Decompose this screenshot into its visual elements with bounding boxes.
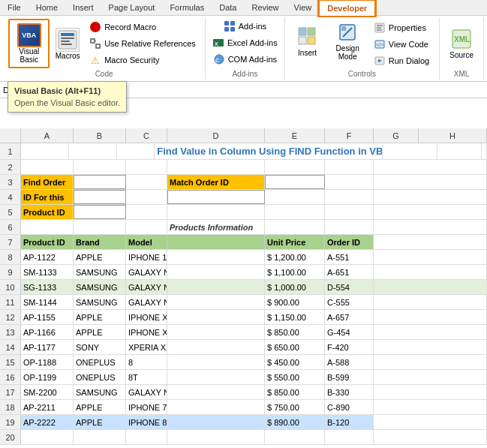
cell-e20[interactable] (265, 430, 325, 444)
cell-b15[interactable]: ONEPLUS (74, 355, 126, 369)
cell-e14[interactable]: $ 650.00 (265, 340, 325, 354)
cell-f5[interactable] (325, 205, 374, 219)
cell-a2[interactable] (21, 160, 74, 174)
cell-c9[interactable]: GALAXY NOTE 10 (126, 265, 167, 279)
cell-g12[interactable] (374, 310, 487, 324)
cell-d18[interactable] (167, 400, 265, 414)
cell-c4[interactable] (126, 190, 167, 204)
cell-g16[interactable] (374, 370, 487, 384)
cell-g3[interactable] (374, 175, 487, 189)
cell-d6[interactable]: Products Information (167, 220, 265, 234)
cell-e6[interactable] (265, 220, 325, 234)
cell-d17[interactable] (167, 385, 265, 399)
col-header-b[interactable]: B (74, 128, 126, 143)
cell-a19[interactable]: AP-2222 (21, 415, 74, 429)
tab-home[interactable]: Home (29, 0, 65, 15)
cell-d12[interactable] (167, 310, 265, 324)
tab-file[interactable]: File (0, 0, 29, 15)
cell-c7[interactable]: Model (126, 235, 167, 249)
col-header-a[interactable]: A (21, 128, 74, 143)
cell-g1[interactable] (482, 143, 487, 159)
cell-f9[interactable]: A-651 (325, 265, 374, 279)
cell-c13[interactable]: IPHONE XR (126, 325, 167, 339)
tab-formulas[interactable]: Formulas (162, 0, 212, 15)
cell-e8[interactable]: $ 1,200.00 (265, 250, 325, 264)
cell-f1[interactable] (437, 143, 482, 159)
excel-addins-button[interactable]: X Excel Add-ins (209, 35, 281, 50)
cell-g14[interactable] (374, 340, 487, 354)
col-header-c[interactable]: C (126, 128, 167, 143)
cell-c6[interactable] (126, 220, 167, 234)
cell-b7[interactable]: Brand (74, 235, 126, 249)
cell-c14[interactable]: XPERIA XZ3 (126, 340, 167, 354)
cell-g8[interactable] (374, 250, 487, 264)
cell-d8[interactable] (167, 250, 265, 264)
cell-b18[interactable]: APPLE (74, 400, 126, 414)
cell-f20[interactable] (325, 430, 374, 444)
cell-b19[interactable]: APPLE (74, 415, 126, 429)
cell-b3[interactable] (74, 175, 126, 189)
record-macro-button[interactable]: Record Macro (86, 20, 200, 35)
cell-e12[interactable]: $ 1,150.00 (265, 310, 325, 324)
cell-e16[interactable]: $ 550.00 (265, 370, 325, 384)
cell-g5[interactable] (374, 205, 487, 219)
cell-a16[interactable]: OP-1199 (21, 370, 74, 384)
cell-a12[interactable]: AP-1155 (21, 310, 74, 324)
cell-c11[interactable]: GALAXY NOTE 9 (126, 295, 167, 309)
cell-b13[interactable]: APPLE (74, 325, 126, 339)
cell-f12[interactable]: A-657 (325, 310, 374, 324)
cell-a13[interactable]: AP-1166 (21, 325, 74, 339)
cell-g4[interactable] (374, 190, 487, 204)
cell-c12[interactable]: IPHONE X (126, 310, 167, 324)
tab-developer[interactable]: Developer (319, 0, 375, 16)
cell-f15[interactable]: A-588 (325, 355, 374, 369)
cell-b1[interactable] (69, 143, 117, 159)
cell-f8[interactable]: A-551 (325, 250, 374, 264)
cell-e13[interactable]: $ 850.00 (265, 325, 325, 339)
cell-b9[interactable]: SAMSUNG (74, 265, 126, 279)
cell-c2[interactable] (126, 160, 167, 174)
cell-e9[interactable]: $ 1,100.00 (265, 265, 325, 279)
cell-c10[interactable]: GALAXY NOTE 10 LITE (126, 280, 167, 294)
cell-d5[interactable] (167, 205, 265, 219)
cell-a11[interactable]: SM-1144 (21, 295, 74, 309)
cell-a14[interactable]: AP-1177 (21, 340, 74, 354)
cell-b11[interactable]: SAMSUNG (74, 295, 126, 309)
cell-a3[interactable]: Find Order (21, 175, 74, 189)
cell-d9[interactable] (167, 265, 265, 279)
cell-d10[interactable] (167, 280, 265, 294)
cell-a10[interactable]: SG-1133 (21, 280, 74, 294)
cell-c1[interactable] (117, 143, 155, 159)
col-header-h[interactable]: H (419, 128, 487, 143)
cell-e5[interactable] (265, 205, 325, 219)
cell-a9[interactable]: SM-1133 (21, 265, 74, 279)
cell-b4[interactable] (74, 190, 126, 204)
col-header-f[interactable]: F (325, 128, 374, 143)
use-relative-button[interactable]: Use Relative References (86, 36, 200, 51)
tab-insert[interactable]: Insert (65, 0, 101, 15)
cell-d14[interactable] (167, 340, 265, 354)
cell-f18[interactable]: C-890 (325, 400, 374, 414)
cell-f14[interactable]: F-420 (325, 340, 374, 354)
cell-g13[interactable] (374, 325, 487, 339)
tab-review[interactable]: Review (244, 0, 286, 15)
cell-d16[interactable] (167, 370, 265, 384)
cell-c16[interactable]: 8T (126, 370, 167, 384)
cell-b6[interactable] (74, 220, 126, 234)
cell-e4[interactable] (265, 190, 325, 204)
cell-a5[interactable]: Product ID (21, 205, 74, 219)
cell-f13[interactable]: G-454 (325, 325, 374, 339)
cell-d11[interactable] (167, 295, 265, 309)
cell-d3[interactable]: Match Order ID (167, 175, 265, 189)
cell-e11[interactable]: $ 900.00 (265, 295, 325, 309)
macro-security-button[interactable]: ⚠ Macro Security (86, 53, 200, 68)
cell-c17[interactable]: GALAXY NOTE 8 (126, 385, 167, 399)
cell-d2[interactable] (167, 160, 265, 174)
cell-f11[interactable]: C-555 (325, 295, 374, 309)
cell-f2[interactable] (325, 160, 374, 174)
cell-d15[interactable] (167, 355, 265, 369)
view-code-button[interactable]: </> View Code (370, 37, 433, 52)
insert-button[interactable]: Insert (291, 19, 324, 64)
cell-f3[interactable] (325, 175, 374, 189)
tab-data[interactable]: Data (212, 0, 244, 15)
